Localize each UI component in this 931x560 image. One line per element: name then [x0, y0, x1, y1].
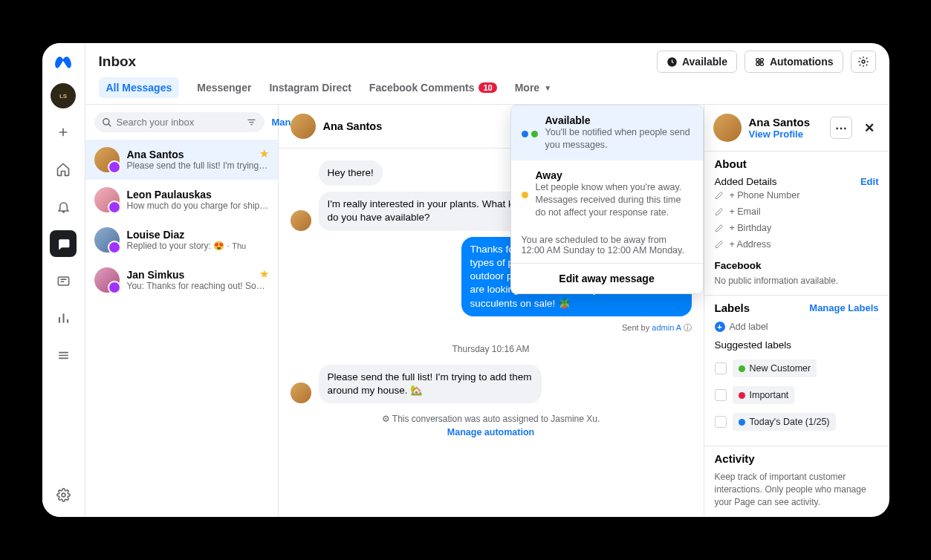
meta-logo-icon[interactable]: [53, 52, 74, 73]
conversation-item[interactable]: Jan Simkus You: Thanks for reaching out!…: [85, 260, 278, 300]
conversation-preview: You: Thanks for reaching out! Some…: [127, 281, 269, 291]
star-icon: ★: [259, 267, 269, 281]
conversation-name: Jan Simkus: [127, 269, 269, 281]
brand-avatar[interactable]: LS: [51, 83, 76, 108]
checkbox[interactable]: [715, 362, 727, 374]
add-label-button[interactable]: + Add label: [715, 322, 879, 332]
star-icon: ★: [259, 147, 269, 160]
info-icon[interactable]: ⓘ: [684, 323, 692, 332]
conversation-item[interactable]: Ana Santos Please send the full list! I'…: [85, 140, 278, 180]
gear-button[interactable]: [851, 51, 876, 73]
label-dot: [739, 365, 745, 372]
bell-icon[interactable]: [50, 193, 77, 220]
search-input[interactable]: [117, 117, 241, 128]
message-row: Please send the full list! I'm trying to…: [291, 365, 692, 403]
availability-option-available[interactable]: Available You'll be notified when people…: [511, 105, 703, 160]
avatar: [94, 147, 120, 172]
svg-point-3: [759, 61, 761, 63]
add-phone[interactable]: + Phone Number: [715, 187, 879, 204]
top-actions: Available Automations: [657, 51, 876, 73]
svg-point-7: [103, 118, 108, 124]
add-address[interactable]: + Address: [715, 236, 879, 253]
home-icon[interactable]: [50, 156, 77, 183]
svg-point-6: [862, 60, 865, 63]
auto-assign-text: ⚙ This conversation was auto assigned to…: [291, 414, 692, 424]
label-row[interactable]: New Customer: [715, 356, 879, 380]
automations-button[interactable]: Automations: [745, 51, 843, 73]
page-title: Inbox: [99, 53, 137, 70]
settings-icon[interactable]: [50, 481, 77, 508]
posts-icon[interactable]: [50, 267, 77, 294]
view-profile-link[interactable]: View Profile: [749, 128, 811, 140]
avatar: [94, 267, 120, 293]
add-birthday[interactable]: + Birthday: [715, 220, 879, 236]
inbox-icon[interactable]: [50, 230, 77, 257]
avatar: [291, 210, 311, 231]
gear-icon: [857, 56, 869, 68]
topbar: Inbox Available Automations: [85, 43, 889, 77]
search-icon: [102, 117, 112, 128]
sent-by-admin-link[interactable]: admin A: [652, 323, 681, 332]
tab-messenger[interactable]: Messenger: [197, 79, 251, 97]
availability-dropdown: Available You'll be notified when people…: [510, 105, 704, 294]
available-title: Available: [545, 114, 692, 126]
manage-labels-link[interactable]: Manage Labels: [809, 302, 878, 313]
checkbox[interactable]: [715, 389, 727, 401]
close-button[interactable]: ✕: [858, 117, 880, 139]
chevron-down-icon: ▼: [544, 84, 551, 92]
pencil-icon: [715, 240, 724, 249]
search-row: Manage: [85, 105, 278, 140]
manage-automation-link[interactable]: Manage automation: [291, 427, 692, 437]
away-desc: Let people know when you're away. Messag…: [536, 181, 692, 219]
available-desc: You'll be notified when people send you …: [545, 126, 692, 152]
conversation-name: Leon Paulauskas: [127, 189, 269, 201]
add-email[interactable]: + Email: [715, 204, 879, 220]
away-schedule-note: You are scheduled to be away from 12:00 …: [511, 227, 703, 263]
details-panel: Ana Santos View Profile ⋯ ✕ About Added …: [704, 105, 889, 517]
label-row[interactable]: Today's Date (1/25): [715, 410, 879, 434]
tab-fb-label: Facebook Comments: [369, 82, 475, 94]
status-dots: [522, 117, 538, 152]
conversation-preview: Replied to your story: 😍: [127, 241, 225, 251]
tab-more-label: More: [515, 82, 539, 94]
filter-icon[interactable]: [246, 117, 257, 128]
activity-title: Activity: [715, 452, 879, 465]
more-options-button[interactable]: ⋯: [830, 117, 852, 139]
conversation-time: Thu: [232, 241, 246, 250]
label-row[interactable]: Important: [715, 383, 879, 407]
avatar: [94, 187, 120, 212]
edit-away-message-button[interactable]: Edit away message: [511, 263, 703, 293]
edit-details-link[interactable]: Edit: [860, 176, 879, 187]
activity-desc: Keep track of important customer interac…: [715, 471, 879, 508]
add-icon[interactable]: [50, 119, 77, 146]
conversation-name: Louise Diaz: [127, 229, 269, 241]
conversation-preview: How much do you charge for shippin…: [127, 201, 269, 211]
chat-thread: Ana Santos Hey there! I'm really interes…: [279, 105, 704, 517]
tab-more[interactable]: More ▼: [515, 79, 551, 97]
added-details-label: Added Details: [715, 176, 777, 187]
automations-label: Automations: [770, 56, 834, 68]
tab-facebook-comments[interactable]: Facebook Comments 10: [369, 79, 497, 97]
pencil-icon: [715, 191, 724, 200]
menu-icon[interactable]: [50, 342, 77, 368]
svg-point-1: [62, 493, 65, 497]
activity-section: Activity Keep track of important custome…: [704, 446, 889, 517]
conversation-item[interactable]: Louise Diaz Replied to your story: 😍 · T…: [85, 220, 278, 260]
main-column: Inbox Available Automations All Messages…: [85, 43, 889, 517]
tab-instagram-direct[interactable]: Instagram Direct: [269, 79, 351, 97]
suggested-labels-title: Suggested labels: [715, 339, 879, 351]
message-bubble: Please send the full list! I'm trying to…: [319, 365, 542, 403]
message-bubble: I'm really interested in your plants. Wh…: [319, 192, 542, 230]
search-box[interactable]: [94, 112, 265, 132]
availability-option-away[interactable]: Away Let people know when you're away. M…: [511, 160, 703, 228]
conversation-item[interactable]: Leon Paulauskas How much do you charge f…: [85, 180, 278, 220]
avatar: [291, 382, 311, 403]
conversation-preview: Please send the full list! I'm trying to…: [127, 160, 269, 171]
message-bubble: Hey there!: [319, 160, 383, 186]
pencil-icon: [715, 207, 724, 216]
tab-all-messages[interactable]: All Messages: [99, 77, 180, 98]
available-button[interactable]: Available: [657, 51, 737, 73]
checkbox[interactable]: [715, 416, 727, 428]
conversation-list: Manage Ana Santos Please send the full l…: [85, 105, 279, 517]
insights-icon[interactable]: [50, 305, 77, 331]
